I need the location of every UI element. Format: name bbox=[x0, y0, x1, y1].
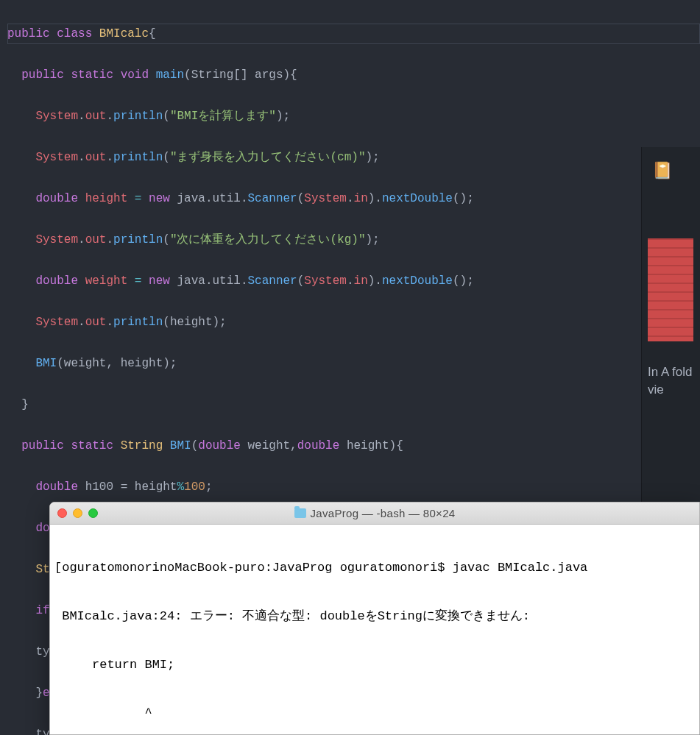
code-line: System.out.println("BMIを計算します"); bbox=[7, 106, 700, 127]
terminal-window[interactable]: JavaProg — -bash — 80×24 [oguratomonorin… bbox=[49, 502, 700, 735]
code-line: System.out.println(height); bbox=[7, 312, 700, 333]
terminal-body[interactable]: [oguratomonorinoMacBook-puro:JavaProg og… bbox=[50, 525, 699, 735]
book-icon[interactable]: 📔 bbox=[648, 162, 700, 180]
code-line: public class BMIcalc{ bbox=[7, 24, 700, 44]
code-line: public static void main(String[] args){ bbox=[7, 65, 700, 85]
code-line: double weight = new java.util.Scanner(Sy… bbox=[7, 271, 700, 291]
code-line: } bbox=[7, 394, 700, 415]
code-line: System.out.println("まず身長を入力してください(cm)"); bbox=[7, 147, 700, 168]
terminal-line: ^ bbox=[54, 706, 695, 722]
code-line: BMI(weight, height); bbox=[7, 353, 700, 374]
folder-icon bbox=[294, 508, 306, 518]
terminal-titlebar[interactable]: JavaProg — -bash — 80×24 bbox=[50, 503, 699, 525]
side-panel: 📔 In A fold vie bbox=[641, 147, 700, 530]
side-text: In A fold vie bbox=[648, 363, 700, 399]
terminal-title: JavaProg — -bash — 80×24 bbox=[50, 507, 699, 519]
terminal-line: return BMI; bbox=[54, 657, 695, 673]
side-red-block bbox=[648, 238, 693, 341]
code-line: double height = new java.util.Scanner(Sy… bbox=[7, 188, 700, 209]
terminal-line: BMIcalc.java:24: エラー: 不適合な型: doubleをStri… bbox=[54, 608, 695, 625]
code-line: double h100 = height%100; bbox=[7, 477, 700, 497]
terminal-line: [oguratomonorinoMacBook-puro:JavaProg og… bbox=[54, 560, 695, 576]
code-line: public static String BMI(double weight,d… bbox=[7, 436, 700, 456]
code-line: System.out.println("次に体重を入力してください(kg)"); bbox=[7, 230, 700, 250]
